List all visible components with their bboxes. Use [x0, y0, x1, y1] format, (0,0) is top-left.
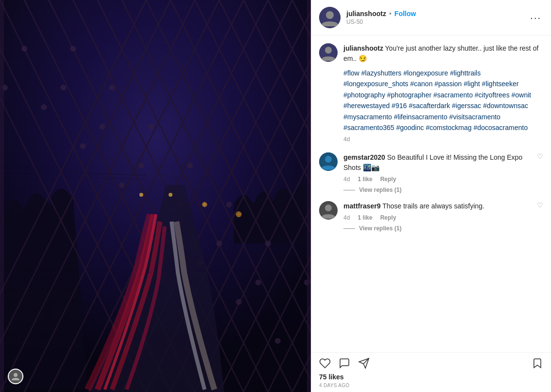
post-actions: 75 likes 4 DAYS AGO	[311, 352, 551, 392]
comment-1-meta: 4d 1 like Reply	[343, 176, 537, 183]
comment-2: mattfraser9 Those trails are always sati…	[319, 201, 543, 232]
current-user-avatar[interactable]	[8, 369, 23, 384]
likes-count: 75 likes	[319, 373, 543, 381]
comment-2-body: Those trails are always satisfying.	[382, 202, 484, 210]
header-dot: •	[389, 10, 392, 18]
post-header: julianshootz • Follow US-50 ···	[311, 0, 551, 36]
caption-time: 4d	[343, 136, 350, 143]
photo-image	[0, 0, 311, 392]
caption-author-avatar[interactable]	[319, 43, 338, 62]
svg-rect-67	[307, 0, 311, 392]
comment-2-view-replies[interactable]: View replies (1)	[343, 225, 543, 232]
post-date: 4 DAYS AGO	[319, 383, 543, 388]
comments-area[interactable]: julianshootz You're just another lazy sh…	[311, 36, 551, 352]
replies-line	[343, 190, 355, 190]
content-panel: julianshootz • Follow US-50 ··· juliansh…	[311, 0, 551, 392]
comment-1-username[interactable]: gemstar2020	[343, 153, 385, 161]
comment-2-content: mattfraser9 Those trails are always sati…	[343, 201, 543, 232]
comment-2-reply-button[interactable]: Reply	[380, 214, 396, 221]
save-button[interactable]	[532, 357, 543, 369]
comment-1-like-icon[interactable]: ♡	[537, 152, 543, 160]
caption-author-name[interactable]: julianshootz	[343, 44, 383, 52]
hashtags: #flow #lazyshutters #longexposure #light…	[343, 68, 543, 133]
more-options-button[interactable]: ···	[528, 12, 543, 23]
svg-rect-66	[0, 0, 4, 392]
comment-2-username[interactable]: mattfraser9	[343, 202, 380, 210]
share-button[interactable]	[358, 357, 370, 369]
follow-button[interactable]: Follow	[395, 10, 416, 18]
post-author-avatar[interactable]	[319, 7, 341, 28]
comment-1: gemstar2020 So Beautiful I Love it! Miss…	[319, 152, 543, 193]
comment-2-meta: 4d 1 like Reply	[343, 214, 537, 221]
comment-1-content: gemstar2020 So Beautiful I Love it! Miss…	[343, 152, 543, 193]
svg-point-76	[325, 205, 332, 211]
comment-button[interactable]	[339, 357, 350, 369]
actions-row	[319, 357, 543, 369]
comment-2-likes: 1 like	[358, 214, 372, 221]
svg-rect-65	[0, 0, 311, 392]
header-subtitle: US-50	[346, 19, 528, 25]
comment-2-time: 4d	[343, 214, 350, 221]
comment-2-text: mattfraser9 Those trails are always sati…	[343, 201, 537, 211]
svg-point-72	[325, 47, 332, 54]
username-row: julianshootz • Follow	[346, 10, 528, 18]
svg-point-70	[326, 11, 334, 19]
caption-meta: 4d	[343, 136, 543, 143]
header-info: julianshootz • Follow US-50	[346, 10, 528, 25]
replies-line-2	[343, 228, 355, 229]
comment-1-avatar[interactable]	[319, 152, 338, 171]
comment-2-row: mattfraser9 Those trails are always sati…	[343, 201, 543, 221]
comment-1-view-replies-text[interactable]: View replies (1)	[359, 187, 401, 193]
comment-1-text: gemstar2020 So Beautiful I Love it! Miss…	[343, 152, 537, 173]
comment-2-like-icon[interactable]: ♡	[537, 201, 543, 209]
caption-body: julianshootz You're just another lazy sh…	[343, 43, 543, 143]
like-button[interactable]	[319, 357, 331, 369]
comment-2-view-replies-text[interactable]: View replies (1)	[359, 225, 401, 232]
caption-text: julianshootz You're just another lazy sh…	[343, 43, 543, 64]
comment-1-likes: 1 like	[358, 176, 372, 183]
comment-2-avatar[interactable]	[319, 201, 338, 220]
photo-panel	[0, 0, 311, 392]
comment-1-row: gemstar2020 So Beautiful I Love it! Miss…	[343, 152, 543, 183]
caption-block: julianshootz You're just another lazy sh…	[319, 43, 543, 143]
svg-point-68	[14, 373, 18, 377]
header-username[interactable]: julianshootz	[346, 10, 386, 18]
comment-1-reply-button[interactable]: Reply	[380, 176, 396, 183]
comment-1-time: 4d	[343, 176, 350, 183]
comment-1-view-replies[interactable]: View replies (1)	[343, 187, 543, 193]
svg-point-74	[325, 156, 332, 163]
